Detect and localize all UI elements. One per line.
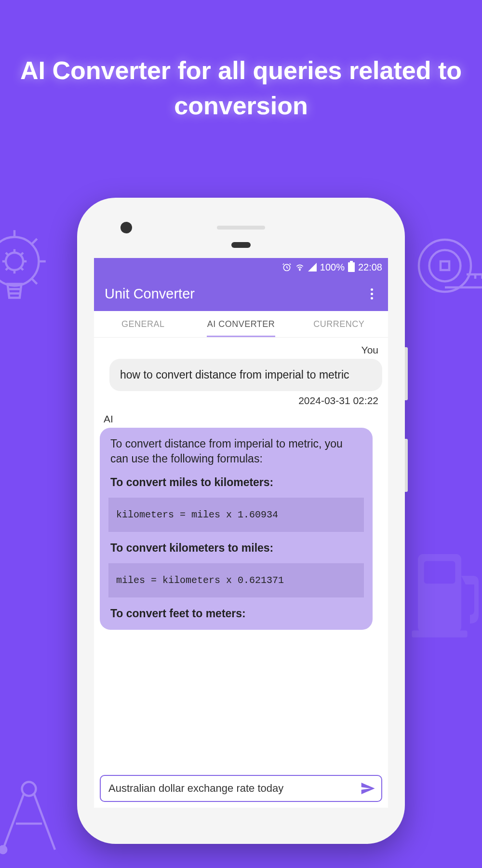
app-title: Unit Converter — [105, 286, 195, 302]
message-timestamp: 2024-03-31 02:22 — [100, 391, 382, 413]
svg-point-1 — [6, 253, 23, 270]
phone-camera — [120, 222, 132, 233]
battery-percentage: 100% — [320, 262, 345, 273]
phone-volume-button — [405, 347, 408, 400]
gear-lightbulb-icon — [0, 227, 58, 313]
status-bar: 100% 22:08 — [94, 258, 388, 276]
tab-general[interactable]: GENERAL — [94, 311, 192, 337]
send-button[interactable] — [358, 779, 377, 798]
ai-label: AI — [100, 413, 382, 425]
ai-heading-3-partial: To convert feet to meters: — [110, 606, 362, 621]
code-block-2: miles = kilometers x 0.621371 — [108, 563, 364, 597]
svg-point-11 — [299, 270, 300, 271]
svg-rect-6 — [424, 561, 455, 583]
phone-power-button — [405, 439, 408, 492]
ai-message-bubble: To convert distance from imperial to met… — [100, 428, 373, 630]
ai-heading-1: To convert miles to kilometers: — [110, 475, 362, 490]
phone-screen: 100% 22:08 Unit Converter GENERAL AI CON… — [94, 258, 388, 808]
user-label: You — [100, 344, 382, 356]
phone-sensor — [231, 242, 251, 248]
ai-heading-2: To convert kilometers to miles: — [110, 541, 362, 556]
chat-area: You how to convert distance from imperia… — [94, 338, 388, 772]
tab-bar: GENERAL AI CONVERTER CURRENCY — [94, 311, 388, 338]
alarm-icon — [282, 262, 292, 272]
wifi-icon — [295, 262, 305, 272]
svg-point-8 — [22, 782, 36, 796]
svg-point-2 — [419, 240, 471, 292]
svg-point-9 — [0, 846, 6, 853]
app-bar: Unit Converter — [94, 276, 388, 311]
send-icon — [360, 781, 375, 796]
chat-input-bar — [100, 775, 382, 802]
user-message-bubble: how to convert distance from imperial to… — [109, 359, 382, 391]
tab-ai-converter[interactable]: AI CONVERTER — [192, 311, 290, 337]
compass-icon — [0, 772, 72, 858]
code-block-1: kilometers = miles x 1.60934 — [108, 498, 364, 532]
svg-rect-7 — [412, 630, 467, 637]
signal-icon — [308, 263, 317, 271]
tab-currency[interactable]: CURRENCY — [290, 311, 388, 337]
fuel-pump-icon — [405, 545, 482, 641]
phone-speaker — [217, 226, 265, 230]
clock-time: 22:08 — [358, 262, 382, 273]
more-options-icon[interactable] — [366, 288, 377, 299]
tape-measure-icon — [415, 227, 482, 313]
svg-rect-4 — [441, 261, 449, 270]
ai-intro-text: To convert distance from imperial to met… — [110, 436, 362, 466]
chat-input[interactable] — [108, 782, 358, 795]
battery-icon — [348, 262, 355, 272]
marketing-headline: AI Converter for all queries related to … — [0, 0, 482, 123]
svg-point-3 — [429, 250, 461, 282]
phone-mockup: 100% 22:08 Unit Converter GENERAL AI CON… — [77, 198, 405, 844]
